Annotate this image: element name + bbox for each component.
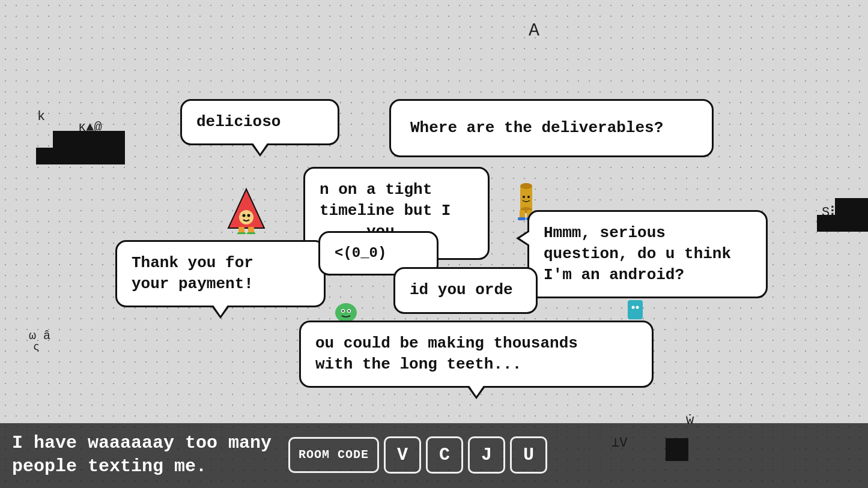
svg-point-2	[243, 214, 246, 217]
bubble-delicioso: delicioso	[180, 99, 339, 145]
banner-message: I have waaaaaay too manypeople texting m…	[12, 432, 272, 478]
bubble-delicioso-text: delicioso	[196, 113, 281, 131]
svg-point-3	[247, 214, 250, 217]
key-v-label: V	[397, 445, 408, 465]
svg-point-19	[636, 306, 639, 309]
bubble-order: id you orde	[393, 267, 538, 314]
svg-point-23	[342, 310, 344, 312]
scatter-omega-a: ω â	[29, 329, 50, 343]
key-u-button[interactable]: U	[510, 436, 547, 474]
bubble-order-text: id you orde	[410, 281, 513, 299]
svg-rect-15	[518, 217, 526, 220]
svg-point-24	[348, 310, 350, 312]
banner-message-text: I have waaaaaay too manypeople texting m…	[12, 433, 272, 477]
key-v-button[interactable]: V	[384, 436, 421, 474]
bubble-thankyou-text: Thank you foryour payment!	[132, 254, 253, 293]
character-small	[625, 300, 646, 319]
svg-point-11	[523, 196, 525, 198]
scatter-omega-c: ς	[33, 341, 40, 353]
bubble-android: Hmmm, seriousquestion, do u thinkI'm an …	[527, 210, 768, 298]
bubble-thankyou: Thank you foryour payment!	[115, 240, 326, 307]
key-j-button[interactable]: J	[468, 436, 505, 474]
bottom-banner: I have waaaaaay too manypeople texting m…	[0, 423, 868, 488]
character-tent	[225, 186, 267, 234]
bubble-deliverables-text: Where are the deliverables?	[410, 119, 663, 137]
key-u-label: U	[523, 445, 534, 465]
black-bar-right-top	[835, 198, 868, 215]
key-c-button[interactable]: C	[426, 436, 463, 474]
svg-rect-8	[520, 186, 532, 210]
svg-point-18	[632, 306, 635, 309]
svg-rect-7	[247, 232, 255, 234]
svg-rect-17	[628, 300, 643, 319]
svg-rect-6	[237, 232, 246, 234]
bubble-thousands: ou could be making thousandswith the lon…	[299, 321, 654, 388]
black-bar-right-mid	[817, 215, 835, 232]
black-bar-right-bot	[835, 215, 868, 232]
scatter-top-a: A	[529, 20, 539, 41]
key-j-label: J	[481, 445, 492, 465]
scatter-k: k	[37, 109, 45, 124]
svg-point-12	[527, 196, 530, 198]
svg-point-9	[520, 183, 532, 189]
bubble-deliverables: Where are the deliverables?	[389, 99, 714, 157]
room-code-button[interactable]: ROOM CODE	[288, 437, 379, 473]
key-c-label: C	[439, 445, 450, 465]
bubble-thousands-text: ou could be making thousandswith the lon…	[315, 334, 578, 373]
svg-point-1	[239, 210, 253, 224]
room-code-label: ROOM CODE	[299, 448, 369, 462]
bubble-android-text: Hmmm, seriousquestion, do u thinkI'm an …	[544, 224, 731, 284]
bubble-face-text: <(0_0)	[335, 245, 386, 261]
svg-point-20	[335, 303, 357, 322]
